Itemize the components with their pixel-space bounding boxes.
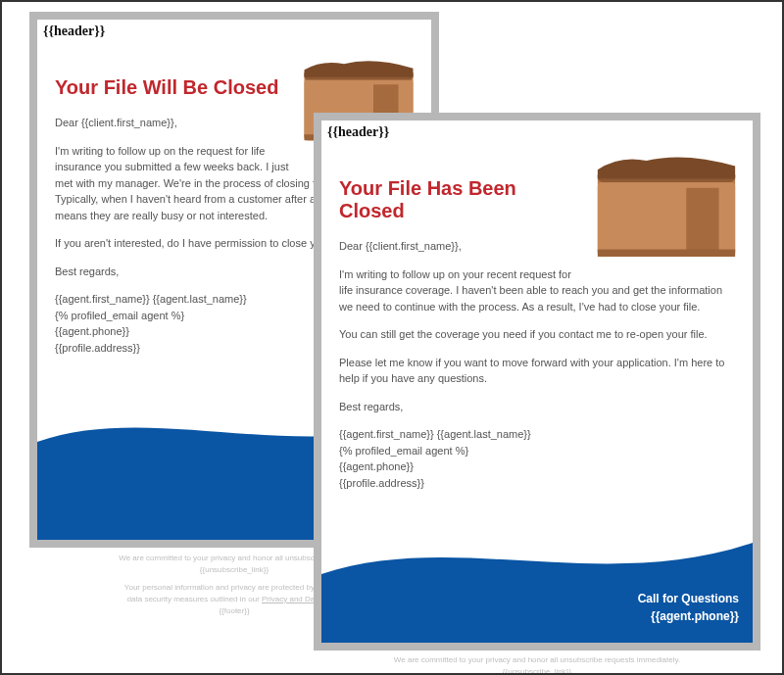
agent-email: {% profiled_email agent %} [339, 445, 468, 457]
signoff: Best regards, [339, 399, 735, 415]
agent-phone: {{agent.phone}} [55, 325, 129, 337]
header-placeholder: {{header}} [321, 121, 753, 140]
svg-rect-9 [598, 250, 735, 257]
footer-front: We are committed to your privacy and hon… [314, 654, 760, 675]
footer-line: We are committed to your privacy and hon… [314, 654, 760, 666]
file-folder-image [594, 150, 739, 267]
svg-rect-8 [686, 188, 718, 252]
agent-address: {{profile.address}} [55, 342, 140, 354]
paragraph-3: Please let me know if you want to move f… [339, 355, 735, 387]
footer-unsubscribe: {{unsubscribe_link}} [314, 666, 760, 675]
agent-name: {{agent.first_name}} {{agent.last_name}} [339, 428, 531, 440]
cta-line1: Call for Questions [638, 592, 739, 605]
cta-block: Call for Questions {{agent.phone}} [638, 590, 739, 625]
email-body: Dear {{client.first_name}}, I'm writing … [339, 238, 735, 491]
header-placeholder: {{header}} [37, 20, 431, 39]
blue-wave [321, 525, 753, 643]
paragraph-1: I'm writing to follow up on your recent … [339, 266, 735, 315]
paragraph-2: You can still get the coverage you need … [339, 326, 735, 343]
agent-name: {{agent.first_name}} {{agent.last_name}} [55, 293, 247, 305]
agent-address: {{profile.address}} [339, 477, 424, 489]
signature-block: {{agent.first_name}} {{agent.last_name}}… [339, 426, 735, 491]
agent-phone: {{agent.phone}} [339, 460, 414, 472]
cta-line2: {{agent.phone}} [651, 609, 739, 623]
agent-email: {% profiled_email agent %} [55, 310, 184, 321]
email-template-front: {{header}} Your File Has Been Closed Dea… [314, 113, 760, 651]
